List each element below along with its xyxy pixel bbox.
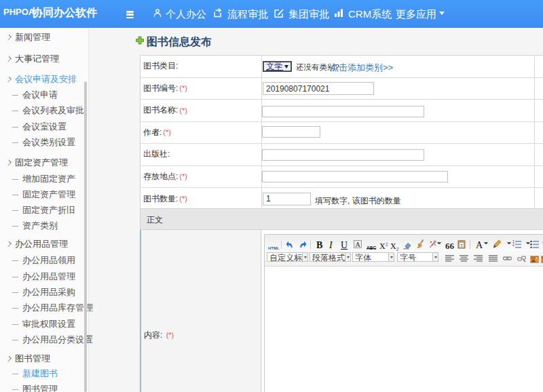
svg-text:2: 2 xyxy=(512,243,514,247)
svg-text:T: T xyxy=(460,243,463,248)
